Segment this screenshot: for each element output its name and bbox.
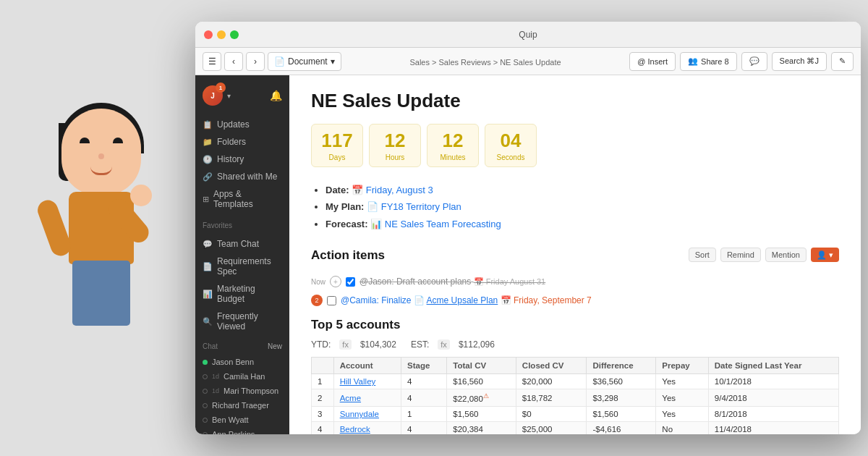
ytd-value: $104,302 — [360, 339, 396, 350]
sidebar-item-apps[interactable]: ⊞ Apps & Templates — [195, 185, 289, 213]
search-button[interactable]: Search ⌘J — [772, 52, 827, 71]
chat-item-jason[interactable]: Jason Benn — [195, 355, 289, 369]
sort-button[interactable]: Sort — [689, 248, 716, 262]
list-item-plan: My Plan: 📄 FY18 Territory Plan — [326, 198, 839, 215]
forecast-link[interactable]: NE Sales Team Forecasting — [385, 219, 501, 229]
col-diff: Difference — [587, 358, 656, 374]
col-num — [312, 358, 334, 374]
action-text-1: @Jason: Draft account plans 📅 Friday Aug… — [359, 276, 545, 287]
remind-button[interactable]: Remind — [720, 248, 761, 262]
chat-item-richard[interactable]: Richard Traeger — [195, 398, 289, 413]
bitmoji-head — [61, 109, 141, 195]
row-prepay: Yes — [656, 389, 708, 407]
sidebar-toggle-button[interactable]: ☰ — [203, 52, 221, 71]
ytd-row: YTD: fx $104,302 EST: fx $112,096 — [311, 339, 839, 350]
chat-name: Jason Benn — [212, 358, 254, 366]
mention-button[interactable]: Mention — [765, 248, 807, 262]
sidebar-item-teamchat[interactable]: 💬 Team Chat — [195, 235, 289, 253]
chat-button[interactable]: 💬 — [741, 52, 767, 71]
bitmoji-nose — [98, 153, 104, 159]
row-account[interactable]: Acme — [333, 389, 401, 407]
seconds-value: 04 — [501, 130, 522, 152]
notification-badge: 1 — [216, 83, 226, 93]
row-diff: -$4,616 — [587, 422, 656, 435]
action-checkbox-1[interactable] — [346, 277, 355, 287]
minutes-value: 12 — [443, 130, 464, 152]
calendar-icon-2: 📅 — [501, 295, 511, 305]
col-stage: Stage — [401, 358, 447, 374]
toolbar: ☰ ‹ › 📄 Document ▾ Sales > Sales Reviews… — [195, 48, 861, 75]
chat-name: Ann Perkins — [212, 430, 255, 434]
list-item-date: Date: 📅 Friday, August 3 — [326, 182, 839, 198]
countdown-seconds: 04 Seconds — [485, 124, 537, 167]
row-account[interactable]: Bedrock — [333, 422, 401, 435]
table-row: 2Acme4$22,080⚠$18,782$3,298Yes9/4/2018 — [312, 389, 839, 407]
table-row: 1Hill Valley4$16,560$20,000$36,560Yes10/… — [312, 374, 839, 389]
back-button[interactable]: ‹ — [224, 52, 243, 71]
sidebar-item-history[interactable]: 🕐 History — [195, 151, 289, 168]
document-button[interactable]: 📄 Document ▾ — [268, 52, 341, 71]
edit-button[interactable]: ✎ — [831, 52, 854, 71]
action-checkbox-2[interactable] — [327, 296, 336, 305]
bell-icon[interactable]: 🔔 — [270, 90, 282, 101]
avatar[interactable]: J 1 — [203, 85, 223, 106]
favorites-label: Favorites — [195, 216, 289, 232]
row-account[interactable]: Hill Valley — [333, 374, 401, 389]
minimize-button[interactable] — [217, 30, 226, 39]
row-totalcv: $22,080⚠ — [447, 389, 516, 407]
row-closedcv: $18,782 — [516, 389, 587, 407]
sidebar-nav: 📋 Updates 📁 Folders 🕐 History 🔗 Shared w… — [195, 113, 289, 216]
chat-list: Jason Benn 1d Camila Han 1d Mari Thompso… — [195, 352, 289, 434]
toolbar-right: @ Insert 👥 Share 8 💬 Search ⌘J ✎ — [629, 52, 854, 71]
row-account[interactable]: Sunnydale — [333, 407, 401, 422]
sidebar: J 1 ▾ 🔔 📋 Updates 📁 Folders 🕐 History — [195, 75, 289, 434]
row-closedcv: $25,000 — [516, 422, 587, 435]
action-orange-button[interactable]: 👤 ▾ — [811, 248, 839, 262]
chat-item-mari[interactable]: 1d Mari Thompson — [195, 384, 289, 398]
chat-item-camila[interactable]: 1d Camila Han — [195, 369, 289, 384]
countdown-minutes: 12 Minutes — [427, 124, 479, 167]
chat-label: Chat — [203, 342, 218, 350]
close-button[interactable] — [204, 30, 213, 39]
add-action-button[interactable]: + — [330, 276, 341, 287]
row-diff: $3,298 — [587, 389, 656, 407]
sidebar-item-requirements[interactable]: 📄 Requirements Spec — [195, 253, 289, 280]
sidebar-item-shared[interactable]: 🔗 Shared with Me — [195, 168, 289, 185]
chat-name: Mari Thompson — [224, 387, 278, 395]
bitmoji-character — [22, 109, 181, 398]
chevron-down-icon: ▾ — [227, 92, 231, 100]
insert-button[interactable]: @ Insert — [629, 52, 676, 71]
row-totalcv: $1,560 — [447, 407, 516, 422]
plan-link[interactable]: FY18 Territory Plan — [381, 201, 461, 212]
forward-button[interactable]: › — [246, 52, 265, 71]
list-item-forecast: Forecast: 📊 NE Sales Team Forecasting — [326, 216, 839, 232]
offline-indicator — [203, 374, 208, 379]
row-prepay: No — [656, 422, 708, 435]
row-closedcv: $20,000 — [516, 374, 587, 389]
offline-indicator — [203, 432, 208, 435]
chat-item-ann[interactable]: Ann Perkins — [195, 427, 289, 434]
row-prepay: Yes — [656, 407, 708, 422]
chat-name: Richard Traeger — [212, 401, 269, 410]
people-icon: 👥 — [688, 56, 698, 66]
content-area: NE Sales Update 117 Days 12 Hours 12 Min… — [289, 75, 861, 434]
updates-icon: 📋 — [203, 120, 213, 130]
date-link[interactable]: Friday, August 3 — [366, 185, 433, 195]
chat-item-ben[interactable]: Ben Wyatt — [195, 413, 289, 427]
budget-icon: 📊 — [203, 290, 213, 299]
sidebar-item-folders[interactable]: 📁 Folders — [195, 133, 289, 151]
chat-name: Camila Han — [224, 372, 265, 381]
share-button[interactable]: 👥 Share 8 — [680, 52, 737, 71]
row-stage: 1 — [401, 407, 447, 422]
seconds-label: Seconds — [497, 153, 525, 161]
sidebar-item-frequently[interactable]: 🔍 Frequently Viewed — [195, 308, 289, 335]
acme-plan-link[interactable]: Acme Upsale Plan — [427, 295, 498, 305]
sidebar-item-updates[interactable]: 📋 Updates — [195, 116, 289, 133]
doc-icon: 📄 — [274, 56, 285, 67]
eye-icon: 🔍 — [203, 317, 213, 326]
doc-icon: 📄 — [414, 295, 425, 305]
maximize-button[interactable] — [230, 30, 239, 39]
info-list: Date: 📅 Friday, August 3 My Plan: 📄 FY18… — [311, 182, 839, 232]
sidebar-item-marketing[interactable]: 📊 Marketing Budget — [195, 280, 289, 308]
row-date: 11/4/2018 — [708, 422, 838, 435]
